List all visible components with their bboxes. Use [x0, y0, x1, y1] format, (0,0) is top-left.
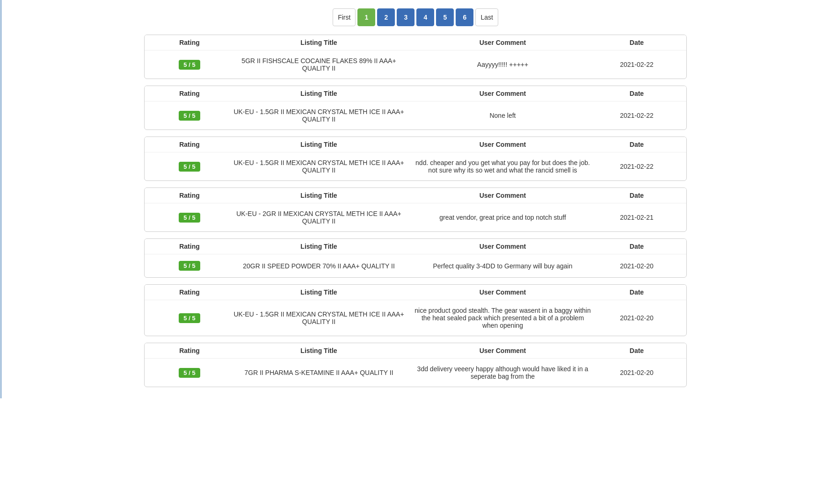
col-date: Date	[595, 90, 679, 97]
rating-badge: 5 / 5	[179, 162, 200, 172]
col-listing-title: Listing Title	[227, 39, 411, 46]
review-date: 2021-02-20	[595, 312, 679, 324]
col-listing-title: Listing Title	[227, 192, 411, 199]
review-card: Rating Listing Title User Comment Date 5…	[144, 187, 687, 232]
col-user-comment: User Comment	[411, 90, 595, 97]
review-listing-title: 7GR II PHARMA S-KETAMINE II AAA+ QUALITY…	[227, 367, 411, 378]
pagination-page-4[interactable]: 4	[416, 8, 434, 26]
review-date: 2021-02-20	[595, 367, 679, 378]
rating-badge: 5 / 5	[179, 368, 200, 378]
pagination-last[interactable]: Last	[475, 8, 498, 26]
review-user-comment: Aayyyy!!!!! +++++	[411, 59, 595, 70]
review-body: 5 / 5 UK-EU - 1.5GR II MEXICAN CRYSTAL M…	[145, 300, 686, 336]
rating-badge: 5 / 5	[179, 213, 200, 223]
review-header: Rating Listing Title User Comment Date	[145, 137, 686, 152]
review-listing-title: 5GR II FISHSCALE COCAINE FLAKES 89% II A…	[227, 55, 411, 74]
rating-badge: 5 / 5	[179, 60, 200, 70]
col-user-comment: User Comment	[411, 141, 595, 148]
review-header: Rating Listing Title User Comment Date	[145, 188, 686, 203]
rating-badge: 5 / 5	[179, 313, 200, 323]
review-date: 2021-02-22	[595, 161, 679, 172]
review-listing-title: UK-EU - 1.5GR II MEXICAN CRYSTAL METH IC…	[227, 309, 411, 327]
review-body: 5 / 5 20GR II SPEED POWDER 70% II AAA+ Q…	[145, 254, 686, 277]
review-header: Rating Listing Title User Comment Date	[145, 285, 686, 300]
col-date: Date	[595, 347, 679, 354]
review-date: 2021-02-22	[595, 110, 679, 121]
col-rating: Rating	[152, 288, 227, 296]
col-user-comment: User Comment	[411, 192, 595, 199]
review-user-comment: nice product good stealth. The gear wase…	[411, 305, 595, 331]
review-rating: 5 / 5	[152, 109, 227, 122]
rating-badge: 5 / 5	[179, 111, 200, 121]
review-listing-title: UK-EU - 1.5GR II MEXICAN CRYSTAL METH IC…	[227, 106, 411, 125]
review-rating: 5 / 5	[152, 259, 227, 273]
review-body: 5 / 5 UK-EU - 1.5GR II MEXICAN CRYSTAL M…	[145, 101, 686, 130]
pagination-first[interactable]: First	[333, 8, 356, 26]
review-card: Rating Listing Title User Comment Date 5…	[144, 86, 687, 130]
col-rating: Rating	[152, 347, 227, 354]
review-header: Rating Listing Title User Comment Date	[145, 35, 686, 50]
col-user-comment: User Comment	[411, 288, 595, 296]
pagination-page-3[interactable]: 3	[397, 8, 414, 26]
review-rating: 5 / 5	[152, 366, 227, 380]
review-rating: 5 / 5	[152, 160, 227, 173]
review-date: 2021-02-22	[595, 59, 679, 70]
col-listing-title: Listing Title	[227, 347, 411, 354]
review-user-comment: great vendor, great price and top notch …	[411, 212, 595, 223]
pagination-page-6[interactable]: 6	[456, 8, 473, 26]
review-rating: 5 / 5	[152, 211, 227, 224]
review-listing-title: UK-EU - 1.5GR II MEXICAN CRYSTAL METH IC…	[227, 157, 411, 176]
col-rating: Rating	[152, 90, 227, 97]
review-card: Rating Listing Title User Comment Date 5…	[144, 238, 687, 278]
review-header: Rating Listing Title User Comment Date	[145, 343, 686, 359]
review-listing-title: 20GR II SPEED POWDER 70% II AAA+ QUALITY…	[227, 260, 411, 272]
review-header: Rating Listing Title User Comment Date	[145, 86, 686, 101]
review-listing-title: UK-EU - 2GR II MEXICAN CRYSTAL METH ICE …	[227, 208, 411, 227]
col-listing-title: Listing Title	[227, 90, 411, 97]
col-listing-title: Listing Title	[227, 288, 411, 296]
col-rating: Rating	[152, 243, 227, 250]
review-card: Rating Listing Title User Comment Date 5…	[144, 35, 687, 79]
review-body: 5 / 5 UK-EU - 2GR II MEXICAN CRYSTAL MET…	[145, 203, 686, 231]
review-body: 5 / 5 5GR II FISHSCALE COCAINE FLAKES 89…	[145, 50, 686, 79]
review-user-comment: ndd. cheaper and you get what you pay fo…	[411, 157, 595, 176]
review-date: 2021-02-21	[595, 212, 679, 223]
col-rating: Rating	[152, 192, 227, 199]
review-header: Rating Listing Title User Comment Date	[145, 239, 686, 254]
col-listing-title: Listing Title	[227, 243, 411, 250]
col-user-comment: User Comment	[411, 347, 595, 354]
col-date: Date	[595, 192, 679, 199]
review-rating: 5 / 5	[152, 311, 227, 325]
col-date: Date	[595, 141, 679, 148]
col-date: Date	[595, 39, 679, 46]
review-user-comment: Perfect quality 3-4DD to Germany will bu…	[411, 260, 595, 272]
col-listing-title: Listing Title	[227, 141, 411, 148]
review-card: Rating Listing Title User Comment Date 5…	[144, 137, 687, 181]
col-rating: Rating	[152, 39, 227, 46]
pagination: First 123456 Last	[144, 5, 687, 26]
col-user-comment: User Comment	[411, 243, 595, 250]
review-user-comment: None left	[411, 110, 595, 121]
pagination-page-2[interactable]: 2	[377, 8, 395, 26]
review-rating: 5 / 5	[152, 58, 227, 72]
review-body: 5 / 5 UK-EU - 1.5GR II MEXICAN CRYSTAL M…	[145, 152, 686, 180]
rating-badge: 5 / 5	[179, 261, 200, 271]
pagination-page-1[interactable]: 1	[357, 8, 375, 26]
review-list: Rating Listing Title User Comment Date 5…	[144, 35, 687, 387]
col-rating: Rating	[152, 141, 227, 148]
pagination-page-5[interactable]: 5	[436, 8, 454, 26]
col-date: Date	[595, 243, 679, 250]
col-user-comment: User Comment	[411, 39, 595, 46]
review-card: Rating Listing Title User Comment Date 5…	[144, 284, 687, 336]
review-body: 5 / 5 7GR II PHARMA S-KETAMINE II AAA+ Q…	[145, 359, 686, 387]
review-date: 2021-02-20	[595, 260, 679, 272]
col-date: Date	[595, 288, 679, 296]
review-user-comment: 3dd delivery veeery happy although would…	[411, 363, 595, 382]
review-card: Rating Listing Title User Comment Date 5…	[144, 343, 687, 387]
